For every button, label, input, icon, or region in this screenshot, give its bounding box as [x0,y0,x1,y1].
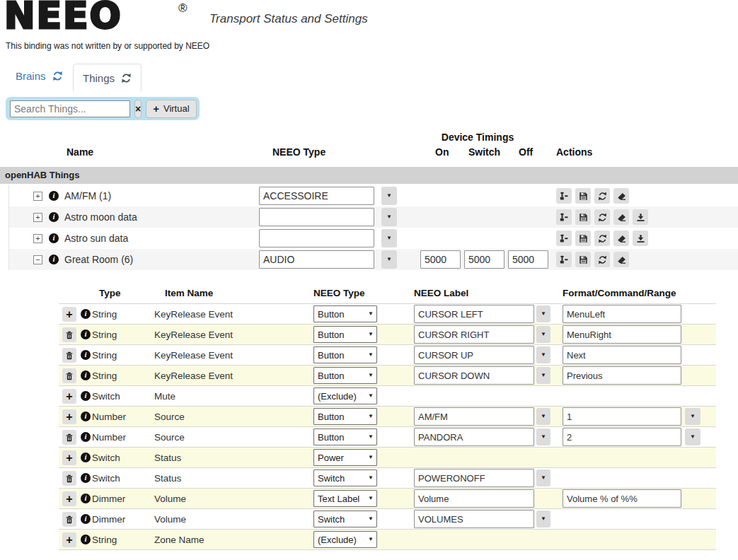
format-dropdown-button[interactable]: ▼ [685,428,700,445]
neeo-type-select[interactable]: Button▼ [313,408,377,425]
info-icon[interactable]: i [81,391,91,401]
delete-item-button[interactable] [62,348,76,363]
neeo-type-select[interactable]: Button▼ [313,305,377,322]
format-command-range-input[interactable] [563,346,681,364]
info-icon[interactable]: i [49,255,59,264]
save-button[interactable] [575,188,591,204]
delete-item-button[interactable] [62,471,76,486]
neeo-label-input[interactable] [414,489,534,508]
refresh-button[interactable] [594,231,610,246]
neeo-label-input[interactable] [414,407,534,426]
delete-item-button[interactable] [62,512,76,527]
neeo-type-select[interactable]: Button▼ [313,367,377,384]
neeo-type-dropdown-button[interactable]: ▼ [381,187,397,205]
neeo-label-dropdown-button[interactable]: ▼ [536,428,550,445]
search-input[interactable] [10,100,130,117]
neeo-type-select[interactable]: Switch▼ [313,511,377,527]
eraser-button[interactable] [613,209,629,225]
format-command-range-input[interactable] [563,407,681,426]
neeo-type-input[interactable] [259,229,374,247]
neeo-label-dropdown-button[interactable]: ▼ [536,305,550,322]
neeo-label-input[interactable] [414,325,534,344]
add-item-button[interactable]: + [62,532,76,547]
gavel-button[interactable] [556,188,572,204]
neeo-label-input[interactable] [414,428,534,446]
neeo-label-dropdown-button[interactable]: ▼ [536,511,550,527]
info-icon[interactable]: i [81,514,91,524]
save-button[interactable] [575,231,591,246]
add-virtual-button[interactable]: + Virtual [146,100,196,118]
neeo-type-select[interactable]: (Exclude)▼ [313,387,377,404]
neeo-label-dropdown-button[interactable]: ▼ [536,469,550,486]
format-command-range-input[interactable] [563,366,681,385]
expand-icon[interactable]: + [33,234,42,243]
neeo-type-dropdown-button[interactable]: ▼ [381,208,397,226]
neeo-label-input[interactable] [414,366,534,385]
gavel-button[interactable] [556,252,572,267]
format-command-range-input[interactable] [563,305,681,323]
neeo-type-select[interactable]: Switch▼ [313,469,377,486]
refresh-button[interactable] [594,252,610,267]
add-item-button[interactable]: + [62,491,76,506]
add-item-button[interactable]: + [62,307,76,322]
delete-item-button[interactable] [62,368,76,383]
neeo-type-select[interactable]: Button▼ [313,428,377,445]
neeo-type-input[interactable] [259,250,374,269]
add-item-button[interactable]: + [62,389,76,404]
neeo-label-dropdown-button[interactable]: ▼ [536,408,550,425]
add-item-button[interactable]: + [62,450,76,465]
info-icon[interactable]: i [81,494,91,503]
refresh-button[interactable] [594,209,610,225]
info-icon[interactable]: i [81,432,91,442]
info-icon[interactable]: i [81,412,91,421]
neeo-label-input[interactable] [414,346,534,364]
neeo-type-select[interactable]: Power▼ [313,449,377,466]
format-dropdown-button[interactable]: ▼ [685,408,700,425]
format-command-range-input[interactable] [563,428,681,446]
eraser-button[interactable] [613,252,629,267]
delete-item-button[interactable] [62,327,76,342]
neeo-label-input[interactable] [414,469,534,487]
neeo-type-dropdown-button[interactable]: ▼ [381,229,397,247]
info-icon[interactable]: i [49,212,59,222]
info-icon[interactable]: i [81,309,91,319]
info-icon[interactable]: i [81,535,91,544]
info-icon[interactable]: i [81,453,91,462]
save-button[interactable] [575,209,591,225]
neeo-type-select[interactable]: Button▼ [313,346,377,363]
download-button[interactable] [633,209,648,225]
expand-icon[interactable]: + [33,192,42,201]
eraser-button[interactable] [613,231,629,246]
delete-item-button[interactable] [62,430,76,445]
info-icon[interactable]: i [81,473,91,483]
refresh-button[interactable] [594,188,610,204]
neeo-type-select[interactable]: Text Label▼ [313,490,377,507]
info-icon[interactable]: i [49,233,59,243]
off-timing-input[interactable] [508,250,548,269]
refresh-icon[interactable] [52,71,63,81]
save-button[interactable] [575,252,591,267]
collapse-icon[interactable]: − [33,255,42,264]
refresh-icon[interactable] [121,73,132,83]
tab-things[interactable]: Things [73,64,142,91]
neeo-type-select[interactable]: Button▼ [313,326,377,343]
neeo-label-dropdown-button[interactable]: ▼ [536,367,550,384]
on-timing-input[interactable] [420,250,461,269]
neeo-type-select[interactable]: (Exclude)▼ [313,531,377,548]
format-command-range-input[interactable] [563,325,681,344]
neeo-label-input[interactable] [414,510,534,528]
switch-timing-input[interactable] [464,250,505,269]
clear-search-button[interactable]: × [134,100,142,118]
gavel-button[interactable] [556,209,572,225]
gavel-button[interactable] [556,231,572,246]
neeo-label-input[interactable] [414,305,534,323]
neeo-label-dropdown-button[interactable]: ▼ [536,326,550,343]
expand-icon[interactable]: + [33,213,42,222]
neeo-label-dropdown-button[interactable]: ▼ [536,346,550,363]
neeo-type-dropdown-button[interactable]: ▼ [381,250,397,269]
neeo-type-input[interactable] [259,187,374,205]
download-button[interactable] [633,231,648,246]
info-icon[interactable]: i [81,371,91,380]
eraser-button[interactable] [613,188,629,204]
info-icon[interactable]: i [49,191,59,201]
